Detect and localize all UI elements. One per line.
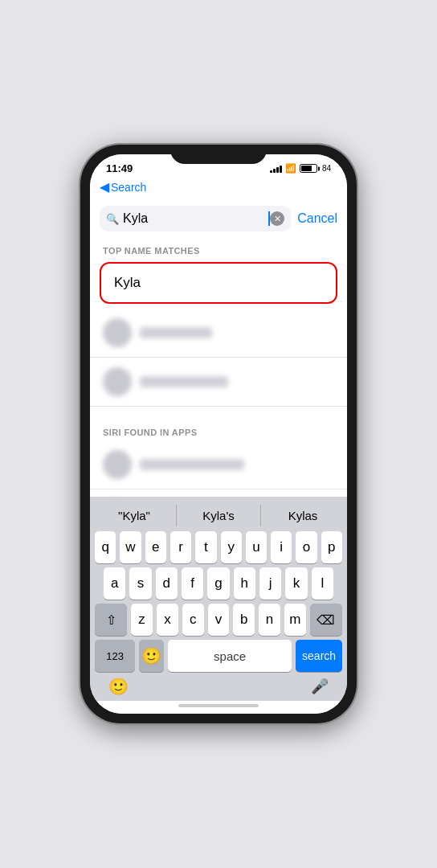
key-s[interactable]: s — [129, 567, 151, 600]
contact-name-blur-1 — [140, 327, 212, 338]
clear-search-button[interactable]: ✕ — [270, 211, 284, 226]
key-z[interactable]: z — [131, 604, 153, 636]
emoji-bottom-icon[interactable]: 🙂 — [108, 677, 129, 696]
keyboard-bottom-row: 123 🙂 space search — [92, 640, 345, 672]
notch — [170, 145, 267, 164]
key-numbers[interactable]: 123 — [95, 640, 135, 672]
contact-info-1 — [140, 327, 212, 338]
key-i[interactable]: i — [271, 531, 292, 563]
search-magnifier-icon: 🔍 — [106, 213, 119, 225]
autocorrect-item-1[interactable]: "Kyla" — [92, 505, 177, 526]
key-x[interactable]: x — [157, 604, 178, 636]
contact-avatar-1 — [103, 318, 132, 347]
contact-row-2[interactable] — [90, 358, 347, 407]
status-time: 11:49 — [106, 162, 133, 174]
key-o[interactable]: o — [296, 531, 317, 563]
key-d[interactable]: d — [156, 567, 178, 600]
search-input[interactable]: Kyla — [123, 211, 268, 226]
space-label: space — [214, 649, 246, 663]
siri-section-header: SIRI FOUND IN APPS — [90, 421, 347, 440]
status-icons: 📶 84 — [270, 163, 331, 174]
contact-info-2 — [140, 376, 228, 387]
phone-screen: 11:49 📶 84 ◀ Search — [90, 154, 347, 714]
contact-name-blur-2 — [140, 376, 228, 387]
contact-row-1[interactable] — [90, 309, 347, 358]
key-p[interactable]: p — [321, 531, 342, 563]
siri-result-blur-1 — [140, 459, 244, 470]
key-h[interactable]: h — [234, 567, 255, 600]
back-label: Search — [111, 181, 146, 194]
search-input-wrapper[interactable]: 🔍 Kyla ✕ — [100, 206, 291, 231]
key-e[interactable]: e — [145, 531, 166, 563]
key-a[interactable]: a — [104, 567, 125, 600]
home-indicator — [90, 701, 347, 714]
keyboard-row-1: q w e r t y u i o p — [92, 531, 345, 563]
spacer — [90, 407, 347, 421]
top-match-name: Kyla — [114, 275, 141, 290]
search-bar-container: 🔍 Kyla ✕ Cancel — [90, 201, 347, 240]
keyboard-bottom-gesture-row: 🙂 🎤 — [92, 674, 345, 698]
key-c[interactable]: c — [182, 604, 204, 636]
key-t[interactable]: t — [195, 531, 216, 563]
home-bar — [178, 704, 259, 707]
back-navigation[interactable]: ◀ Search — [90, 178, 347, 201]
key-b[interactable]: b — [233, 604, 255, 636]
signal-icon — [270, 165, 282, 173]
keyboard-row-3: ⇧ z x c v b n m ⌫ — [92, 604, 345, 636]
key-v[interactable]: v — [208, 604, 230, 636]
siri-result-info-1 — [140, 459, 244, 470]
battery-level: 84 — [322, 164, 331, 173]
key-search[interactable]: search — [296, 640, 342, 672]
cancel-button[interactable]: Cancel — [297, 211, 337, 226]
autocorrect-bar: "Kyla" Kyla's Kylas — [92, 502, 345, 531]
key-g[interactable]: g — [207, 567, 229, 600]
key-delete[interactable]: ⌫ — [310, 604, 342, 636]
phone-shell: 11:49 📶 84 ◀ Search — [80, 145, 357, 723]
key-space[interactable]: space — [168, 640, 292, 672]
search-results-area: TOP NAME MATCHES Kyla SIRI FOUND IN — [90, 240, 347, 497]
mic-icon[interactable]: 🎤 — [311, 678, 329, 695]
numbers-label: 123 — [106, 650, 124, 662]
key-r[interactable]: r — [170, 531, 191, 563]
keyboard-row-2: a s d f g h j k l — [92, 567, 345, 600]
wifi-icon: 📶 — [285, 163, 296, 174]
autocorrect-item-3[interactable]: Kylas — [261, 505, 345, 526]
key-f[interactable]: f — [182, 567, 203, 600]
contact-avatar-2 — [103, 367, 132, 396]
key-shift[interactable]: ⇧ — [95, 604, 127, 636]
back-arrow-icon: ◀ — [100, 179, 109, 194]
key-k[interactable]: k — [285, 567, 307, 600]
key-emoji[interactable]: 🙂 — [139, 640, 164, 672]
key-q[interactable]: q — [95, 531, 116, 563]
key-y[interactable]: y — [221, 531, 242, 563]
siri-result-row-1[interactable] — [90, 440, 347, 489]
autocorrect-item-2[interactable]: Kyla's — [177, 505, 261, 526]
top-matches-header: TOP NAME MATCHES — [90, 240, 347, 259]
search-key-label: search — [302, 649, 336, 662]
key-n[interactable]: n — [259, 604, 280, 636]
key-w[interactable]: w — [120, 531, 141, 563]
keyboard: "Kyla" Kyla's Kylas q w e r t y u i o p … — [90, 497, 347, 701]
key-u[interactable]: u — [246, 531, 267, 563]
battery-icon — [300, 164, 317, 173]
key-l[interactable]: l — [312, 567, 333, 600]
top-match-highlighted[interactable]: Kyla — [100, 262, 337, 304]
key-m[interactable]: m — [284, 604, 306, 636]
siri-result-icon-1 — [103, 450, 132, 479]
key-j[interactable]: j — [259, 567, 281, 600]
emoji-icon: 🙂 — [141, 646, 161, 665]
siri-result-row-2[interactable] — [90, 489, 347, 497]
